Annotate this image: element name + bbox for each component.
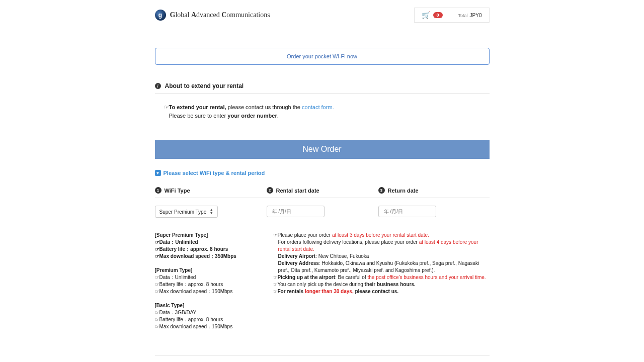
column-headers: 1WiFi Type 2Rental start date 3Return da… [155,187,490,198]
cart-total: TotalJPY0 [458,13,482,18]
contact-form-link[interactable]: contact form. [302,104,334,110]
extend-note: ☞To extend your rental, please contact u… [155,103,490,140]
new-order-heading: New Order [155,140,490,159]
return-date-label: Return date [388,188,419,194]
arrow-down-icon: ▼ [155,170,161,176]
extend-title: About to extend your rental [165,82,244,89]
step-1-icon: 1 [155,187,162,194]
cart-icon: 🛒 [422,11,430,19]
logo-icon [155,10,166,21]
cart-count-badge: 0 [433,12,443,18]
wifi-type-label: WiFi Type [165,188,190,194]
step-3-icon: 3 [378,187,385,194]
select-arrows-icon: ▲▼ [209,209,213,215]
company-name: Global Advanced Communications [170,11,270,19]
cart-box[interactable]: 🛒 0 TotalJPY0 [414,8,490,23]
order-notes: ☞Please place your order at least 3 days… [273,232,490,337]
step-2-icon: 2 [267,187,273,194]
extend-section-head: i About to extend your rental [155,82,490,94]
wifi-types-info: [Super Premium Type] ☞Data：Unlimited ☞Ba… [155,232,261,337]
step1-hint: ▼ Please select WiFi type & rental perio… [155,170,490,176]
return-date-input[interactable] [378,206,436,217]
start-date-label: Rental start date [276,188,319,194]
order-now-banner[interactable]: Order your pocket Wi-Fi now [155,48,490,65]
info-icon: i [155,83,161,89]
wifi-type-select[interactable]: Super Premium Type ▲▼ [155,206,218,218]
logo[interactable]: Global Advanced Communications [155,10,270,21]
header: Global Advanced Communications 🛒 0 Total… [155,8,490,23]
start-date-input[interactable] [267,206,325,217]
